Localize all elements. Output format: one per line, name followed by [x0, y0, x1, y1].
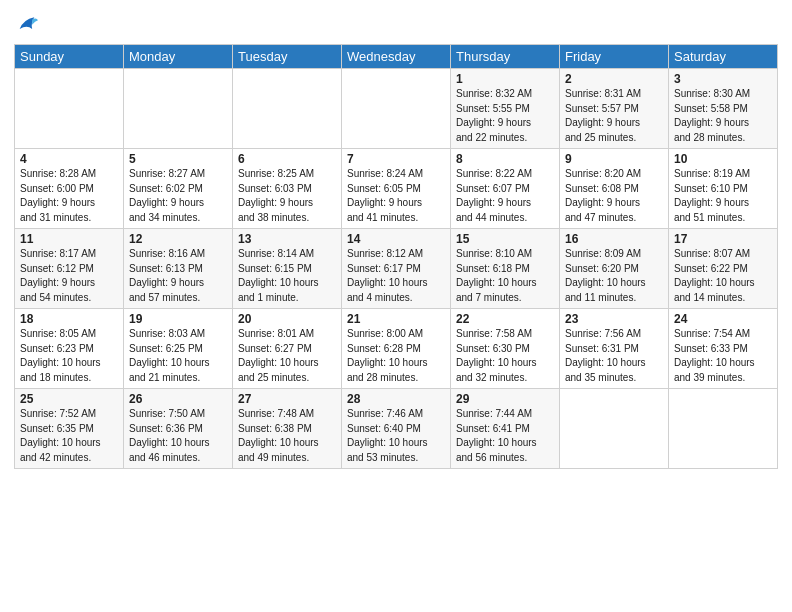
day-number: 4 — [20, 152, 118, 166]
day-info: Sunrise: 8:30 AM Sunset: 5:58 PM Dayligh… — [674, 87, 772, 145]
calendar-cell: 15Sunrise: 8:10 AM Sunset: 6:18 PM Dayli… — [451, 229, 560, 309]
calendar-cell: 17Sunrise: 8:07 AM Sunset: 6:22 PM Dayli… — [669, 229, 778, 309]
calendar-header-sunday: Sunday — [15, 45, 124, 69]
day-number: 16 — [565, 232, 663, 246]
day-info: Sunrise: 8:25 AM Sunset: 6:03 PM Dayligh… — [238, 167, 336, 225]
day-info: Sunrise: 8:31 AM Sunset: 5:57 PM Dayligh… — [565, 87, 663, 145]
calendar-header-monday: Monday — [124, 45, 233, 69]
calendar-week-row: 1Sunrise: 8:32 AM Sunset: 5:55 PM Daylig… — [15, 69, 778, 149]
calendar-cell: 20Sunrise: 8:01 AM Sunset: 6:27 PM Dayli… — [233, 309, 342, 389]
calendar-cell: 25Sunrise: 7:52 AM Sunset: 6:35 PM Dayli… — [15, 389, 124, 469]
calendar-cell — [233, 69, 342, 149]
day-info: Sunrise: 7:48 AM Sunset: 6:38 PM Dayligh… — [238, 407, 336, 465]
calendar-cell: 18Sunrise: 8:05 AM Sunset: 6:23 PM Dayli… — [15, 309, 124, 389]
day-info: Sunrise: 7:50 AM Sunset: 6:36 PM Dayligh… — [129, 407, 227, 465]
day-number: 2 — [565, 72, 663, 86]
day-number: 1 — [456, 72, 554, 86]
day-number: 3 — [674, 72, 772, 86]
day-number: 10 — [674, 152, 772, 166]
calendar-header-saturday: Saturday — [669, 45, 778, 69]
calendar-cell: 11Sunrise: 8:17 AM Sunset: 6:12 PM Dayli… — [15, 229, 124, 309]
calendar-cell: 29Sunrise: 7:44 AM Sunset: 6:41 PM Dayli… — [451, 389, 560, 469]
calendar-cell: 10Sunrise: 8:19 AM Sunset: 6:10 PM Dayli… — [669, 149, 778, 229]
calendar-cell: 22Sunrise: 7:58 AM Sunset: 6:30 PM Dayli… — [451, 309, 560, 389]
day-number: 7 — [347, 152, 445, 166]
header — [14, 10, 778, 36]
day-number: 12 — [129, 232, 227, 246]
day-number: 26 — [129, 392, 227, 406]
day-number: 22 — [456, 312, 554, 326]
calendar-cell: 5Sunrise: 8:27 AM Sunset: 6:02 PM Daylig… — [124, 149, 233, 229]
calendar-cell: 19Sunrise: 8:03 AM Sunset: 6:25 PM Dayli… — [124, 309, 233, 389]
day-number: 13 — [238, 232, 336, 246]
calendar-cell — [124, 69, 233, 149]
day-info: Sunrise: 8:17 AM Sunset: 6:12 PM Dayligh… — [20, 247, 118, 305]
calendar-cell: 27Sunrise: 7:48 AM Sunset: 6:38 PM Dayli… — [233, 389, 342, 469]
calendar-cell: 24Sunrise: 7:54 AM Sunset: 6:33 PM Dayli… — [669, 309, 778, 389]
day-number: 19 — [129, 312, 227, 326]
day-number: 15 — [456, 232, 554, 246]
calendar-cell: 12Sunrise: 8:16 AM Sunset: 6:13 PM Dayli… — [124, 229, 233, 309]
day-info: Sunrise: 8:03 AM Sunset: 6:25 PM Dayligh… — [129, 327, 227, 385]
calendar-cell — [669, 389, 778, 469]
day-info: Sunrise: 7:56 AM Sunset: 6:31 PM Dayligh… — [565, 327, 663, 385]
calendar-cell: 4Sunrise: 8:28 AM Sunset: 6:00 PM Daylig… — [15, 149, 124, 229]
day-info: Sunrise: 8:12 AM Sunset: 6:17 PM Dayligh… — [347, 247, 445, 305]
calendar-cell: 2Sunrise: 8:31 AM Sunset: 5:57 PM Daylig… — [560, 69, 669, 149]
day-info: Sunrise: 8:07 AM Sunset: 6:22 PM Dayligh… — [674, 247, 772, 305]
calendar-cell: 28Sunrise: 7:46 AM Sunset: 6:40 PM Dayli… — [342, 389, 451, 469]
logo-bird-icon — [16, 14, 38, 36]
day-number: 6 — [238, 152, 336, 166]
day-info: Sunrise: 8:27 AM Sunset: 6:02 PM Dayligh… — [129, 167, 227, 225]
calendar-cell: 21Sunrise: 8:00 AM Sunset: 6:28 PM Dayli… — [342, 309, 451, 389]
day-info: Sunrise: 8:10 AM Sunset: 6:18 PM Dayligh… — [456, 247, 554, 305]
calendar-table: SundayMondayTuesdayWednesdayThursdayFrid… — [14, 44, 778, 469]
calendar-header-tuesday: Tuesday — [233, 45, 342, 69]
day-info: Sunrise: 8:16 AM Sunset: 6:13 PM Dayligh… — [129, 247, 227, 305]
calendar-cell: 1Sunrise: 8:32 AM Sunset: 5:55 PM Daylig… — [451, 69, 560, 149]
day-number: 9 — [565, 152, 663, 166]
day-info: Sunrise: 8:28 AM Sunset: 6:00 PM Dayligh… — [20, 167, 118, 225]
day-number: 14 — [347, 232, 445, 246]
day-info: Sunrise: 8:01 AM Sunset: 6:27 PM Dayligh… — [238, 327, 336, 385]
day-info: Sunrise: 8:14 AM Sunset: 6:15 PM Dayligh… — [238, 247, 336, 305]
day-info: Sunrise: 7:46 AM Sunset: 6:40 PM Dayligh… — [347, 407, 445, 465]
day-number: 11 — [20, 232, 118, 246]
calendar-cell: 23Sunrise: 7:56 AM Sunset: 6:31 PM Dayli… — [560, 309, 669, 389]
logo — [14, 14, 38, 36]
day-number: 29 — [456, 392, 554, 406]
day-number: 25 — [20, 392, 118, 406]
day-info: Sunrise: 8:19 AM Sunset: 6:10 PM Dayligh… — [674, 167, 772, 225]
calendar-cell: 13Sunrise: 8:14 AM Sunset: 6:15 PM Dayli… — [233, 229, 342, 309]
day-number: 23 — [565, 312, 663, 326]
calendar-week-row: 18Sunrise: 8:05 AM Sunset: 6:23 PM Dayli… — [15, 309, 778, 389]
calendar-cell: 7Sunrise: 8:24 AM Sunset: 6:05 PM Daylig… — [342, 149, 451, 229]
day-number: 20 — [238, 312, 336, 326]
day-info: Sunrise: 8:32 AM Sunset: 5:55 PM Dayligh… — [456, 87, 554, 145]
calendar-cell: 3Sunrise: 8:30 AM Sunset: 5:58 PM Daylig… — [669, 69, 778, 149]
day-number: 27 — [238, 392, 336, 406]
day-info: Sunrise: 8:09 AM Sunset: 6:20 PM Dayligh… — [565, 247, 663, 305]
day-info: Sunrise: 8:22 AM Sunset: 6:07 PM Dayligh… — [456, 167, 554, 225]
day-number: 21 — [347, 312, 445, 326]
day-number: 18 — [20, 312, 118, 326]
day-number: 17 — [674, 232, 772, 246]
day-info: Sunrise: 8:24 AM Sunset: 6:05 PM Dayligh… — [347, 167, 445, 225]
calendar-cell: 8Sunrise: 8:22 AM Sunset: 6:07 PM Daylig… — [451, 149, 560, 229]
calendar-cell: 26Sunrise: 7:50 AM Sunset: 6:36 PM Dayli… — [124, 389, 233, 469]
day-number: 5 — [129, 152, 227, 166]
day-info: Sunrise: 8:20 AM Sunset: 6:08 PM Dayligh… — [565, 167, 663, 225]
calendar-cell: 14Sunrise: 8:12 AM Sunset: 6:17 PM Dayli… — [342, 229, 451, 309]
calendar-header-thursday: Thursday — [451, 45, 560, 69]
calendar-cell — [15, 69, 124, 149]
day-number: 24 — [674, 312, 772, 326]
day-info: Sunrise: 7:54 AM Sunset: 6:33 PM Dayligh… — [674, 327, 772, 385]
calendar-cell: 6Sunrise: 8:25 AM Sunset: 6:03 PM Daylig… — [233, 149, 342, 229]
calendar-week-row: 4Sunrise: 8:28 AM Sunset: 6:00 PM Daylig… — [15, 149, 778, 229]
calendar-cell: 16Sunrise: 8:09 AM Sunset: 6:20 PM Dayli… — [560, 229, 669, 309]
day-info: Sunrise: 8:05 AM Sunset: 6:23 PM Dayligh… — [20, 327, 118, 385]
calendar-header-wednesday: Wednesday — [342, 45, 451, 69]
page-container: SundayMondayTuesdayWednesdayThursdayFrid… — [0, 0, 792, 612]
calendar-header-friday: Friday — [560, 45, 669, 69]
day-info: Sunrise: 7:58 AM Sunset: 6:30 PM Dayligh… — [456, 327, 554, 385]
